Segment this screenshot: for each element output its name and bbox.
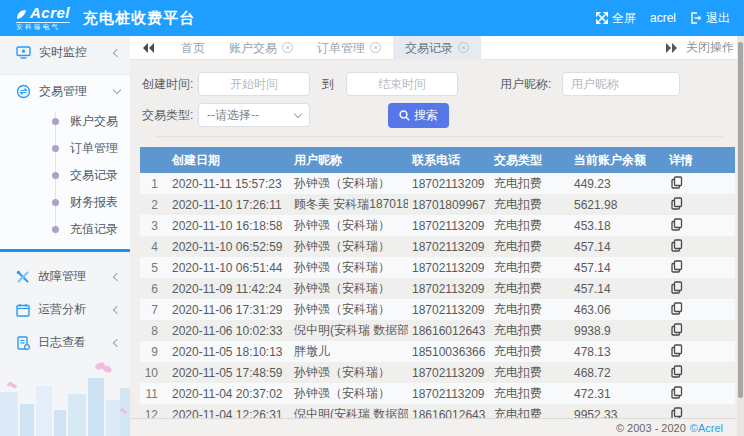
end-time-input[interactable] bbox=[346, 72, 458, 96]
cell-type: 充电扣费 bbox=[490, 173, 570, 194]
cell-date: 2020-11-09 11:42:24 bbox=[168, 278, 290, 299]
acrel-logo: Acrel 安科瑞电气 bbox=[16, 5, 70, 31]
logo-sub-text: 安科瑞电气 bbox=[16, 22, 70, 31]
cell-balance: 472.31 bbox=[570, 383, 665, 404]
cell-type: 充电扣费 bbox=[490, 194, 570, 215]
search-button-label: 搜索 bbox=[414, 107, 438, 124]
search-button[interactable]: 搜索 bbox=[388, 103, 449, 128]
detail-copy-button[interactable] bbox=[671, 260, 683, 273]
cell-detail bbox=[665, 341, 735, 362]
copy-icon bbox=[671, 344, 683, 357]
detail-copy-button[interactable] bbox=[671, 197, 683, 210]
transactions-table: 创建日期 用户昵称 联系电话 交易类型 当前账户余额 详情 12020-11-1… bbox=[140, 147, 735, 425]
sidebar-subitem-2[interactable]: 交易记录 bbox=[0, 162, 130, 189]
table-row: 82020-11-06 10:02:33倪中明(安科瑞 数据部)1...1861… bbox=[140, 320, 735, 341]
logout-button[interactable]: 退出 bbox=[690, 10, 730, 27]
col-header-date: 创建日期 bbox=[168, 147, 290, 173]
copy-icon bbox=[671, 197, 683, 210]
detail-copy-button[interactable] bbox=[671, 176, 683, 189]
detail-copy-button[interactable] bbox=[671, 239, 683, 252]
tab-label: 首页 bbox=[181, 36, 205, 60]
cell-balance: 468.72 bbox=[570, 362, 665, 383]
cell-index: 7 bbox=[140, 299, 168, 320]
detail-copy-button[interactable] bbox=[671, 302, 683, 315]
cell-phone: 18702113209 bbox=[408, 383, 490, 404]
sidebar-subitem-4[interactable]: 充值记录 bbox=[0, 216, 130, 243]
cell-type: 充电扣费 bbox=[490, 362, 570, 383]
nickname-input[interactable] bbox=[562, 72, 680, 96]
logout-label: 退出 bbox=[706, 10, 730, 27]
table-row: 92020-11-05 18:10:13胖墩儿18510036366充电扣费47… bbox=[140, 341, 735, 362]
search-icon bbox=[399, 110, 410, 121]
app-window: Acrel 安科瑞电气 充电桩收费平台 全屏 acrel bbox=[0, 0, 744, 436]
cell-date: 2020-11-05 18:10:13 bbox=[168, 341, 290, 362]
cell-index: 2 bbox=[140, 194, 168, 215]
table-row: 72020-11-06 17:31:29孙钟强（安科瑞）18702113209充… bbox=[140, 299, 735, 320]
cell-detail bbox=[665, 278, 735, 299]
copy-icon bbox=[671, 386, 683, 399]
detail-copy-button[interactable] bbox=[671, 365, 683, 378]
fullscreen-button[interactable]: 全屏 bbox=[596, 10, 636, 27]
sidebar-item-fault-mgmt[interactable]: 故障管理 bbox=[0, 260, 130, 293]
fullscreen-icon bbox=[596, 12, 608, 24]
detail-copy-button[interactable] bbox=[671, 344, 683, 357]
tab-close-icon[interactable]: × bbox=[370, 42, 381, 53]
cell-nickname: 倪中明(安科瑞 数据部)1... bbox=[290, 320, 408, 341]
logo-leaf-icon bbox=[16, 9, 27, 20]
sidebar-subitem-0[interactable]: 账户交易 bbox=[0, 108, 130, 135]
cell-phone: 18510036366 bbox=[408, 341, 490, 362]
city-skyline-decoration bbox=[0, 352, 130, 436]
scrollbar-thumb[interactable] bbox=[738, 42, 743, 398]
to-label: 到 bbox=[322, 76, 334, 93]
cell-type: 充电扣费 bbox=[490, 278, 570, 299]
copyright-text: © 2003 - 2020 bbox=[616, 422, 686, 434]
tab-1[interactable]: 账户交易× bbox=[217, 36, 305, 60]
cell-balance: 9938.9 bbox=[570, 320, 665, 341]
tab-3[interactable]: 交易记录× bbox=[393, 36, 481, 60]
cell-nickname: 孙钟强（安科瑞） bbox=[290, 257, 408, 278]
detail-copy-button[interactable] bbox=[671, 323, 683, 336]
copy-icon bbox=[671, 260, 683, 273]
double-left-arrow-icon bbox=[142, 43, 155, 53]
tab-close-icon[interactable]: × bbox=[282, 42, 293, 53]
vertical-scrollbar[interactable] bbox=[737, 36, 744, 436]
select-value: --请选择-- bbox=[207, 107, 259, 124]
tab-2[interactable]: 订单管理× bbox=[305, 36, 393, 60]
cell-phone: 18702113209 bbox=[408, 299, 490, 320]
cell-nickname: 孙钟强（安科瑞） bbox=[290, 383, 408, 404]
sidebar-item-realtime-monitor[interactable]: 实时监控 bbox=[0, 36, 130, 69]
detail-copy-button[interactable] bbox=[671, 281, 683, 294]
cell-balance: 457.14 bbox=[570, 257, 665, 278]
acrel-brand-link[interactable]: ©Acrel bbox=[690, 422, 723, 434]
copy-icon bbox=[671, 365, 683, 378]
cell-balance: 453.18 bbox=[570, 215, 665, 236]
double-right-arrow-icon[interactable] bbox=[665, 43, 678, 53]
cell-type: 充电扣费 bbox=[490, 341, 570, 362]
cell-index: 11 bbox=[140, 383, 168, 404]
cell-balance: 463.06 bbox=[570, 299, 665, 320]
sidebar-item-label: 实时监控 bbox=[39, 44, 87, 61]
copy-icon bbox=[671, 323, 683, 336]
detail-copy-button[interactable] bbox=[671, 386, 683, 399]
close-operations-button[interactable]: 关闭操作 bbox=[686, 39, 734, 56]
sidebar-subitem-3[interactable]: 财务报表 bbox=[0, 189, 130, 216]
transaction-type-select[interactable]: --请选择-- bbox=[198, 103, 310, 127]
table-row: 102020-11-05 17:48:59孙钟强（安科瑞）18702113209… bbox=[140, 362, 735, 383]
username[interactable]: acrel bbox=[650, 11, 676, 25]
tab-close-icon[interactable]: × bbox=[458, 42, 469, 53]
sidebar-item-operation-analysis[interactable]: 运营分析 bbox=[0, 293, 130, 326]
main-content: 创建时间: 到 用户昵称: 交易类型: --请选择-- 搜 bbox=[130, 60, 737, 436]
sidebar-subitem-1[interactable]: 订单管理 bbox=[0, 135, 130, 162]
cell-index: 6 bbox=[140, 278, 168, 299]
start-time-input[interactable] bbox=[198, 72, 310, 96]
tab-home[interactable]: 首页 bbox=[169, 36, 217, 60]
logo-brand-text: Acrel bbox=[30, 5, 70, 20]
sidebar-item-label: 交易管理 bbox=[39, 83, 87, 100]
calendar-icon bbox=[16, 303, 30, 317]
cell-index: 10 bbox=[140, 362, 168, 383]
detail-copy-button[interactable] bbox=[671, 218, 683, 231]
cell-phone: 18702113209 bbox=[408, 236, 490, 257]
collapse-tabs-button[interactable] bbox=[130, 43, 165, 53]
log-icon bbox=[16, 336, 30, 350]
sidebar-item-transaction-mgmt[interactable]: 交易管理 bbox=[0, 75, 130, 108]
